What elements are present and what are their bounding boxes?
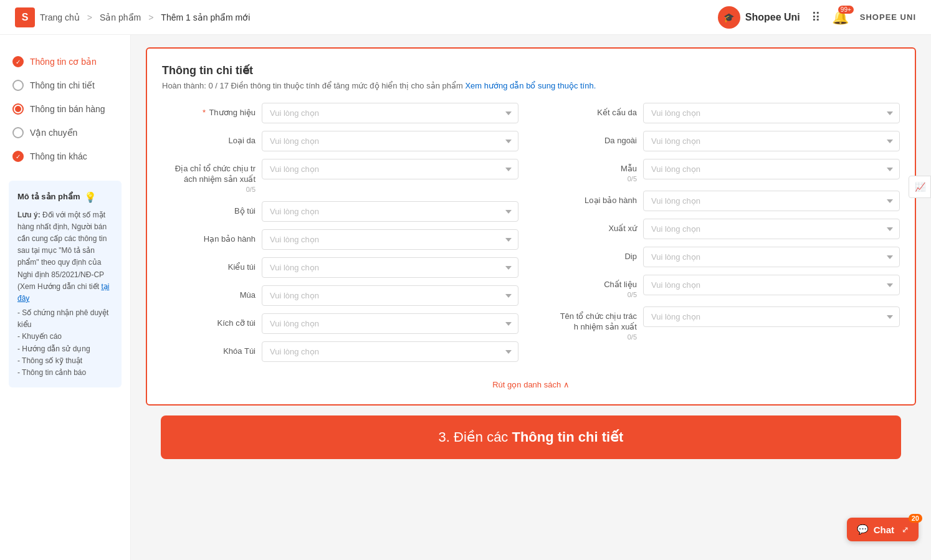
label-dia-chi: Địa chỉ tổ chức chịu trách nhiệm sản xuấ… [162,159,255,194]
select-han-bao-hanh[interactable]: Vui lòng chọn [262,229,518,250]
sidebar-status-co-ban [12,56,24,67]
select-xuat-xu[interactable]: Vui lòng chọn [643,219,900,239]
form-row-loai-da: Loại da Vui lòng chọn [162,131,518,151]
label-ket-cau-da: Kết cấu da [543,108,637,118]
chat-button[interactable]: 💬 Chat 20 ⤢ [847,518,919,541]
notification-badge: 99+ [838,6,854,14]
form-row-kich-co-tui: Kích cỡ túi Vui lòng chọn [162,313,518,334]
grid-icon[interactable]: ⠿ [811,10,821,25]
form-row-loai-bao-hanh: Loại bảo hành Vui lòng chọn [543,191,900,211]
form-row-dip: Dip Vui lòng chọn [543,247,900,267]
select-ten-to-chuc[interactable]: Vui lòng chọn [643,306,900,327]
shopee-uni-logo: 🎓 Shopee Uni [718,6,800,29]
label-loai-bao-hanh: Loại bảo hành [543,196,637,206]
select-kich-co-tui[interactable]: Vui lòng chọn [262,313,518,334]
sidebar-label-khac: Thông tin khác [30,151,87,161]
select-khoa-tui[interactable]: Vui lòng chọn [262,341,518,362]
form-row-xuat-xu: Xuất xứ Vui lòng chọn [543,219,900,239]
form-subtitle: Hoàn thành: 0 / 17 Điền thông tin thuộc … [162,81,900,90]
bell-icon-wrap[interactable]: 🔔 99+ [832,9,849,26]
form-row-thuong-hieu: * Thương hiệu Vui lòng chọn [162,103,518,123]
note-item-2: - Hướng dẫn sử dụng [17,343,113,355]
shopee-uni-label: Shopee Uni [745,12,800,23]
label-da-ngoai: Da ngoài [543,136,637,146]
analytics-icon[interactable]: 📈 [909,176,931,198]
select-chat-lieu[interactable]: Vui lòng chọn [643,275,900,295]
label-kieu-tui: Kiểu túi [162,262,255,273]
topnav: S Trang chủ > Sản phẩm > Thêm 1 sản phẩm… [0,0,931,35]
select-mua[interactable]: Vui lòng chọn [262,285,518,306]
uni-icon: 🎓 [718,6,740,29]
form-row-mua: Mùa Vui lòng chọn [162,285,518,306]
select-dip[interactable]: Vui lòng chọn [643,247,900,267]
sidebar-item-van-chuyen[interactable]: Vận chuyển [0,121,130,145]
label-mau: Mẫu0/5 [543,159,637,183]
form-row-da-ngoai: Da ngoài Vui lòng chọn [543,131,900,151]
chart-icon: 📈 [915,182,925,192]
label-khoa-tui: Khóa Túi [162,346,255,357]
breadcrumb: S Trang chủ > Sản phẩm > Thêm 1 sản phẩm… [15,7,250,27]
label-han-bao-hanh: Hạn bảo hành [162,234,255,245]
desc-note: Lưu ý: Đối với một số mặt hàng nhất định… [17,209,113,305]
breadcrumb-sep2: > [148,12,153,22]
breadcrumb-home[interactable]: Trang chủ [40,12,80,22]
select-mau[interactable]: Vui lòng chọn [643,159,900,179]
form-row-chat-lieu: Chất liệu0/5 Vui lòng chọn [543,275,900,299]
select-loai-da[interactable]: Vui lòng chọn [262,131,518,151]
topnav-right: 🎓 Shopee Uni ⠿ 🔔 99+ SHOPEE UNI [718,6,916,29]
desc-title-text: Mô tả sản phẩm [17,191,80,204]
sidebar-item-co-ban[interactable]: Thông tin cơ bản [0,50,130,74]
breadcrumb-products[interactable]: Sản phẩm [100,12,141,22]
desc-note-text: Đối với một số mặt hàng nhất định, Người… [17,211,107,291]
desc-note-items: - Số chứng nhận phê duyệt kiểu - Khuyến … [17,307,113,379]
label-mua: Mùa [162,290,255,301]
sidebar: Thông tin cơ bản Thông tin chi tiết Thôn… [0,35,131,560]
sidebar-label-van-chuyen: Vận chuyển [30,128,77,138]
form-title: Thông tin chi tiết [162,64,900,77]
select-dia-chi[interactable]: Vui lòng chọn [262,159,518,179]
select-bo-tui[interactable]: Vui lòng chọn [262,201,518,222]
form-row-ket-cau-da: Kết cấu da Vui lòng chọn [543,103,900,123]
sidebar-item-chi-tiet[interactable]: Thông tin chi tiết [0,74,130,97]
select-thuong-hieu[interactable]: Vui lòng chọn [262,103,518,123]
chat-expand-icon[interactable]: ⤢ [902,525,909,534]
chat-label: Chat [874,524,894,535]
select-ket-cau-da[interactable]: Vui lòng chọn [643,103,900,123]
sidebar-status-khac [12,151,24,162]
label-bo-tui: Bộ túi [162,206,255,217]
form-row-ten-to-chuc: Tên tổ chức chịu trách nhiệm sản xuất0/5… [543,306,900,341]
note-item-4: - Thông tin cảnh báo [17,367,113,379]
banner-prefix: 3. Điền các [439,429,512,445]
sidebar-item-ban-hang[interactable]: Thông tin bán hàng [0,97,130,121]
banner-bold: Thông tin chi tiết [512,429,623,445]
chat-badge: 20 [909,514,922,523]
user-label: SHOPEE UNI [860,12,916,22]
desc-note-label: Lưu ý: [17,211,41,219]
select-kieu-tui[interactable]: Vui lòng chọn [262,257,518,278]
sidebar-item-khac[interactable]: Thông tin khác [0,145,130,168]
sidebar-label-co-ban: Thông tin cơ bản [30,57,97,67]
form-row-khoa-tui: Khóa Túi Vui lòng chọn [162,341,518,362]
sidebar-status-van-chuyen [12,127,24,138]
note-item-1: - Khuyến cáo [17,331,113,343]
sidebar-label-chi-tiet: Thông tin chi tiết [30,80,95,90]
label-loai-da: Loại da [162,136,255,146]
lightbulb-icon: 💡 [84,189,97,206]
breadcrumb-sep1: > [87,12,92,22]
select-loai-bao-hanh[interactable]: Vui lòng chọn [643,191,900,211]
sidebar-status-chi-tiet [12,80,24,91]
shopee-logo-icon: S [15,7,35,27]
collapse-button[interactable]: Rút gọn danh sách ∧ [492,380,570,389]
bottom-banner: 3. Điền các Thông tin chi tiết [161,415,901,459]
sidebar-label-ban-hang: Thông tin bán hàng [30,104,105,114]
form-subtitle-link[interactable]: Xem hướng dẫn bổ sung thuộc tính. [465,81,596,90]
select-da-ngoai[interactable]: Vui lòng chọn [643,131,900,151]
form-grid: * Thương hiệu Vui lòng chọn Loại da Vui … [162,103,900,369]
main-layout: Thông tin cơ bản Thông tin chi tiết Thôn… [0,35,931,560]
partial-indicator [15,106,21,112]
form-row-mau: Mẫu0/5 Vui lòng chọn [543,159,900,183]
note-item-0: - Số chứng nhận phê duyệt kiểu [17,307,113,331]
main-content: Thông tin chi tiết Hoàn thành: 0 / 17 Đi… [131,35,931,560]
label-chat-lieu: Chất liệu0/5 [543,275,637,299]
label-dip: Dip [543,252,637,262]
